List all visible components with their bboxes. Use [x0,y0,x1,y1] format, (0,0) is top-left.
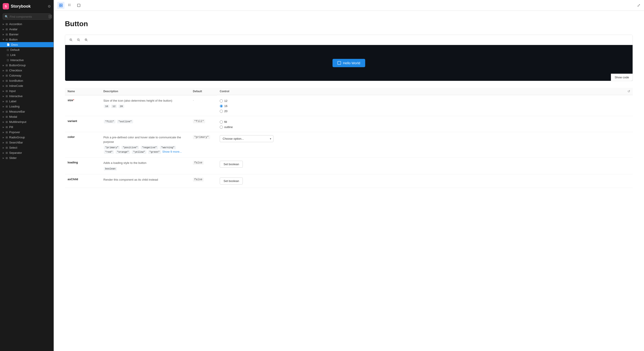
search-box[interactable]: 🔍 / [3,14,51,20]
sidebar-item-slider[interactable]: ▶ ⊞ Slider [0,155,54,161]
brand-logo-letter: S [5,5,7,8]
canvas-view-button[interactable] [57,2,64,9]
search-input[interactable] [10,15,47,18]
sidebar-item-label: Slider [9,156,16,160]
radio-12-input[interactable] [220,99,223,103]
radio-12[interactable]: 12 [220,99,630,103]
param-control-cell[interactable]: Choose option... primary positive negati… [217,132,633,158]
radio-outline-input[interactable] [220,126,223,129]
size-radio-group: 12 16 20 [220,99,630,113]
sidebar-item-interactive[interactable]: ▶ ⊞ Interactive [0,94,54,99]
tag-red: "red" [104,150,114,154]
sidebar-item-measurebar[interactable]: ▶ ⊞ MeasureBar [0,109,54,114]
show-more-link[interactable]: Show 9 more... [162,150,182,153]
hello-world-button[interactable]: Hello World [332,59,365,67]
expand-arrow-icon: ▶ [3,121,4,123]
sidebar-item-accordion[interactable]: ▶ ⊞ Accordion [0,22,54,27]
sidebar-item-searchbar[interactable]: ▶ ⊞ SearchBar [0,140,54,145]
expand-button[interactable]: ⤢ [637,3,640,8]
component-icon: ⊞ [6,69,8,72]
param-description: Adds a loading style to the button [104,161,188,165]
border-view-button[interactable] [75,2,82,9]
sidebar-item-radiogroup[interactable]: ▶ ⊞ RadioGroup [0,135,54,140]
content-area: Button Hello World Show code [54,11,644,351]
param-name-cell: size* [65,95,101,116]
radio-20-input[interactable] [220,110,223,113]
radio-fill[interactable]: fill [220,120,630,124]
component-icon: ⊞ [6,33,8,36]
radio-16-input[interactable] [220,105,223,108]
sidebar-item-button-default[interactable]: ⊡ Default [0,47,54,52]
expand-arrow-icon: ▶ [3,126,4,128]
param-default-cell: "primary" [190,132,217,158]
zoom-out-button[interactable] [76,37,82,43]
radio-outline-label: outline [224,125,233,129]
sidebar-item-label[interactable]: ▶ ⊞ Label [0,99,54,104]
sidebar-item-label: Avatar [9,28,18,31]
param-control-cell: Set boolean [217,158,633,174]
set-boolean-button[interactable]: Set boolean [220,178,243,184]
expand-arrow-icon: ▶ [3,116,4,118]
radio-20-label: 20 [224,110,227,113]
tag-warning: "warning" [160,146,176,149]
sidebar-item-popover[interactable]: ▶ ⊞ Popover [0,130,54,135]
grid-view-button[interactable] [66,2,74,9]
radio-fill-input[interactable] [220,120,223,124]
radio-20[interactable]: 20 [220,110,630,113]
sidebar-item-checkbox[interactable]: ▶ ⊞ Checkbox [0,68,54,73]
sidebar-item-input[interactable]: ▶ ⊞ Input [0,88,54,94]
param-desc-cell: Pick a pre-defined color and hover state… [101,132,190,158]
param-name: size* [68,99,74,102]
sidebar-item-label: Modal [9,115,17,118]
sidebar-item-modal[interactable]: ▶ ⊞ Modal [0,114,54,119]
sidebar-item-pill[interactable]: ▶ ⊞ Pill [0,124,54,130]
sidebar-item-select[interactable]: ▶ ⊞ Select [0,145,54,150]
sidebar-item-label: Interactive [10,59,24,62]
param-name-cell: variant [65,116,101,132]
zoom-in-button[interactable] [68,37,74,43]
show-code-button[interactable]: Show code [611,74,632,81]
preview-stage: Hello World Show code [65,45,632,81]
radio-16[interactable]: 16 [220,104,630,108]
sidebar-item-separator[interactable]: ▶ ⊞ Separator [0,150,54,155]
sidebar-item-colorway[interactable]: ▶ ⊞ Colorway [0,73,54,78]
default-value: false [193,178,204,182]
sidebar-item-label: Select [9,146,17,149]
expand-arrow-icon: ▶ [3,131,4,133]
sidebar-item-button-interactive[interactable]: ⊡ Interactive [0,58,54,63]
tag-outline: "outline" [117,120,133,123]
reset-all-icon[interactable]: ↺ [628,90,630,93]
sidebar-item-avatar[interactable]: ▶ ⊞ Avatar [0,27,54,32]
settings-icon[interactable]: ⚙ [48,4,51,9]
expand-arrow-icon: ▶ [3,33,4,36]
tag-positive: "positive" [122,146,139,149]
sidebar-item-button-link[interactable]: ⊡ Link [0,52,54,58]
component-icon: ⊞ [6,110,8,113]
zoom-reset-button[interactable] [83,37,89,43]
svg-rect-8 [78,4,80,7]
sidebar-item-button-docs[interactable]: 📄 Docs [0,42,54,47]
expand-arrow-icon: ▶ [3,111,4,113]
sidebar-item-label: Loading [9,105,20,108]
sidebar-item-banner[interactable]: ▶ ⊞ Banner [0,32,54,37]
param-desc-cell: Adds a loading style to the button boole… [101,158,190,174]
sidebar-item-button[interactable]: ▶ ⊞ Button [0,37,54,42]
svg-rect-7 [70,5,70,6]
param-desc-cell: Render this component as its child inste… [101,174,190,188]
set-boolean-button[interactable]: Set boolean [220,161,243,168]
radio-outline[interactable]: outline [220,125,630,129]
sidebar-item-buttongroup[interactable]: ▶ ⊞ ButtonGroup [0,63,54,68]
sidebar-item-loading[interactable]: ▶ ⊞ Loading [0,104,54,109]
expand-arrow-icon: ▶ [3,136,4,139]
svg-line-10 [72,41,72,42]
sidebar-item-iconbutton[interactable]: ▶ ⊞ IconButton [0,78,54,83]
param-name: asChild [68,178,78,181]
color-select-wrapper[interactable]: Choose option... primary positive negati… [220,135,274,142]
tag-orange: "orange" [116,150,130,154]
color-select[interactable]: Choose option... primary positive negati… [220,135,274,142]
page-title: Button [65,20,633,28]
sidebar-item-inlinecode[interactable]: ▶ ⊞ InlineCode [0,83,54,88]
component-icon: ⊞ [6,95,8,98]
sidebar-item-multilineinput[interactable]: ▶ ⊞ MultilineInput [0,119,54,124]
tag-20: 20 [118,105,124,108]
